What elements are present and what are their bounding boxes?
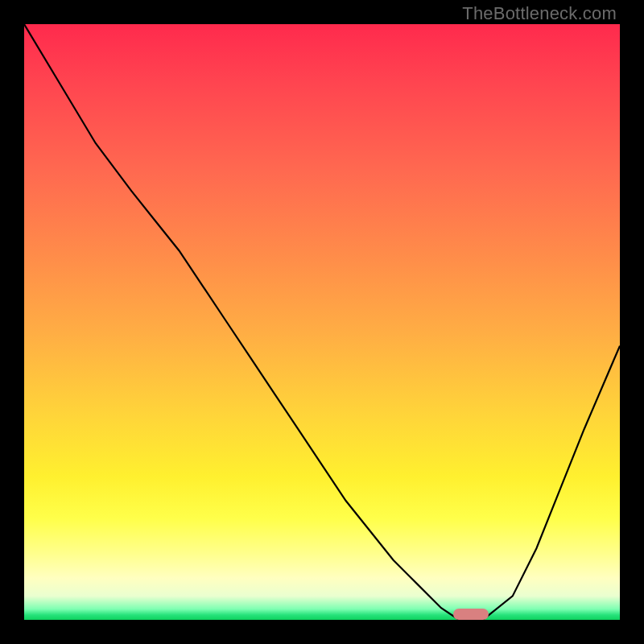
chart-frame: TheBottleneck.com	[0, 0, 644, 644]
plot-area	[24, 24, 620, 620]
optimal-marker	[453, 609, 489, 620]
bottleneck-curve	[24, 24, 620, 620]
watermark-text: TheBottleneck.com	[462, 3, 617, 24]
